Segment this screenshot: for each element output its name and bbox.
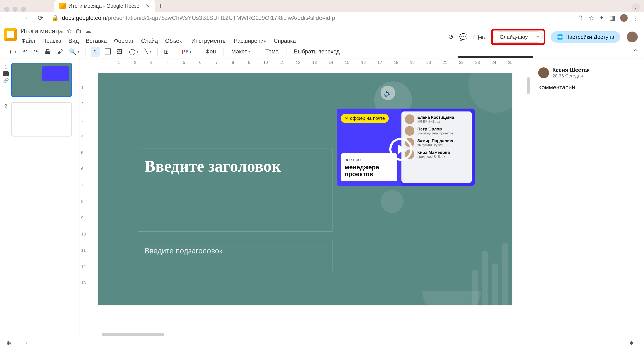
speaker-name: Кира Мамедова (417, 150, 450, 155)
slide-thumbnail-1[interactable] (11, 63, 72, 97)
line-tool[interactable]: ╲▾ (144, 47, 152, 56)
menu-format[interactable]: Формат (113, 37, 135, 45)
explore-icon[interactable]: ◆ (630, 340, 634, 346)
paint-format-button[interactable]: 🖌 (56, 47, 64, 56)
vertical-ruler[interactable]: 12345678910111213 (80, 58, 90, 337)
image-tool[interactable]: 🖼 (116, 47, 124, 56)
extensions-icon[interactable]: ✦ (599, 14, 604, 21)
url-path: /presentation/d/1-qp78zwChWsYUs3B1SUnl12… (106, 15, 335, 21)
spellcheck-button[interactable]: РУ▾ (180, 47, 192, 56)
account-avatar[interactable] (627, 31, 638, 42)
tabs-collapse-button[interactable]: ⌄ (632, 3, 640, 12)
shape-tool[interactable]: ◯▾ (128, 47, 140, 56)
speaker-avatar (405, 114, 414, 124)
status-bar: ▦ ‹ › ◆ (0, 337, 644, 348)
star-icon[interactable]: ☆ (67, 27, 72, 34)
tab-title: Итоги месяца - Google Презе (68, 3, 140, 9)
horizontal-ruler[interactable]: 1234567891011121314151617181920212223242… (90, 58, 531, 67)
mac-max-dot[interactable] (21, 7, 26, 12)
menu-slide[interactable]: Слайд (140, 37, 159, 45)
textbox-tool[interactable]: 🅃 (104, 47, 112, 56)
bookmark-icon[interactable]: ☆ (588, 14, 594, 21)
lock-icon[interactable]: 🔒 (52, 14, 59, 21)
mac-close-dot[interactable] (4, 7, 9, 12)
vertical-scrollbar[interactable] (527, 77, 530, 333)
globe-icon: 🌐 (556, 34, 563, 40)
video-insert[interactable]: ✉ оффер на почте всё про менеджера проек… (337, 109, 475, 186)
new-tab-button[interactable]: + (155, 0, 167, 12)
menu-tools[interactable]: Инструменты (191, 37, 228, 45)
animation-badge-icon[interactable] (3, 71, 9, 76)
new-slide-button[interactable]: ＋▾ (6, 46, 18, 57)
mac-min-dot[interactable] (12, 7, 18, 12)
comment-body: Комментарий (538, 84, 637, 91)
share-button[interactable]: 🌐 Настройки Доступа (551, 31, 620, 43)
speaker-name: Петр Орлов (417, 127, 454, 132)
back-button[interactable]: ← (3, 12, 16, 24)
move-icon[interactable]: 🗀 (76, 27, 82, 34)
slide-canvas[interactable]: 🔊 ✉ оффер на почте всё про менеджера про… (98, 73, 512, 305)
doc-title[interactable]: Итоги месяца (20, 27, 63, 35)
transition-button[interactable]: Выбрать переход (292, 48, 342, 55)
menu-object[interactable]: Объект (164, 37, 185, 45)
menu-edit[interactable]: Правка (42, 37, 62, 45)
theme-button[interactable]: Тема (263, 48, 281, 55)
title-placeholder[interactable]: Введите заголовок (138, 148, 332, 232)
share-label: Настройки Доступа (566, 34, 614, 40)
thumbnail-panel: 1 🔗 2 — — — (0, 58, 80, 337)
thumb-number: 2 (4, 103, 7, 109)
share-icon[interactable]: ⇪ (578, 14, 583, 21)
link-badge-icon[interactable]: 🔗 (3, 78, 9, 83)
speaker-role: продюсер Skillbox (417, 155, 450, 159)
slideshow-dropdown[interactable]: ▾ (534, 35, 542, 39)
slideshow-button[interactable]: Слайд-шоу (494, 31, 534, 42)
layout-button[interactable]: Макет▾ (229, 48, 252, 55)
play-icon[interactable] (389, 138, 412, 161)
slides-logo-icon[interactable] (4, 28, 17, 41)
comments-panel: Ксеня Шестак 20:36 Сегодня Комментарий (531, 58, 644, 337)
comment-add-button[interactable]: ⊞ (163, 47, 170, 56)
comments-icon[interactable]: 💬 (459, 33, 468, 41)
speaker-row: Замир Пардалиеввыпускник курса (405, 138, 468, 147)
offer-pill: ✉ оффер на почте (341, 114, 389, 123)
menu-extensions[interactable]: Расширения (233, 37, 268, 45)
slideshow-highlight: Слайд-шоу ▾ (491, 29, 545, 45)
close-tab-icon[interactable]: ✕ (146, 3, 150, 9)
menu-insert[interactable]: Вставка (85, 37, 108, 45)
menu-file[interactable]: Файл (20, 37, 36, 45)
side-panel-icon[interactable]: ▥ (609, 14, 615, 21)
horizontal-scrollbar[interactable] (102, 333, 528, 336)
url-field[interactable]: 🔒 docs.google.com/presentation/d/1-qp78z… (50, 14, 575, 21)
history-icon[interactable]: ↺ (448, 33, 454, 41)
speaker-row: Петр Орловруководитель проектов (405, 126, 468, 136)
chrome-menu-icon[interactable]: ⋮ (633, 14, 639, 21)
forward-button[interactable]: → (19, 12, 31, 24)
comment-item[interactable]: Ксеня Шестак 20:36 Сегодня Комментарий (538, 67, 637, 91)
menu-help[interactable]: Справка (273, 37, 297, 45)
slide-thumbnail-2[interactable]: — — — (11, 102, 72, 137)
undo-button[interactable]: ↶ (21, 47, 29, 56)
chrome-profile-avatar[interactable] (620, 14, 628, 22)
collapse-toolbar-icon[interactable]: ⌃ (633, 48, 638, 55)
reload-button[interactable]: ⟳ (35, 12, 46, 24)
zoom-button[interactable]: 🔍▾ (68, 47, 80, 56)
subtitle-placeholder[interactable]: Введите подзаголовок (138, 240, 332, 271)
browser-tab[interactable]: Итоги месяца - Google Презе ✕ (54, 0, 155, 12)
thumb-number: 1 (4, 64, 7, 70)
slide-viewport[interactable]: 🔊 ✉ оффер на почте всё про менеджера про… (90, 67, 531, 337)
redo-button[interactable]: ↷ (32, 47, 40, 56)
background-button[interactable]: Фон (203, 48, 218, 55)
grid-view-icon[interactable]: ▦ (6, 340, 12, 346)
meet-icon[interactable]: ▢◂▾ (473, 33, 486, 41)
select-tool[interactable]: ↖ (91, 46, 100, 57)
slides-favicon (60, 3, 66, 9)
toolbar: ＋▾ ↶ ↷ 🖶 🖌 🔍▾ ↖ 🅃 🖼 ◯▾ ╲▾ ⊞ РУ▾ Фон Маке… (0, 45, 644, 58)
video-title-box: всё про менеджера проектов (341, 153, 397, 181)
url-domain: docs.google.com (62, 15, 106, 21)
print-button[interactable]: 🖶 (44, 47, 52, 56)
audio-icon[interactable]: 🔊 (380, 86, 395, 100)
prev-slide-button[interactable]: ‹ (25, 340, 27, 346)
menu-view[interactable]: Вид (68, 37, 80, 45)
comment-time: 20:36 Сегодня (552, 73, 590, 79)
next-slide-button[interactable]: › (30, 340, 32, 346)
